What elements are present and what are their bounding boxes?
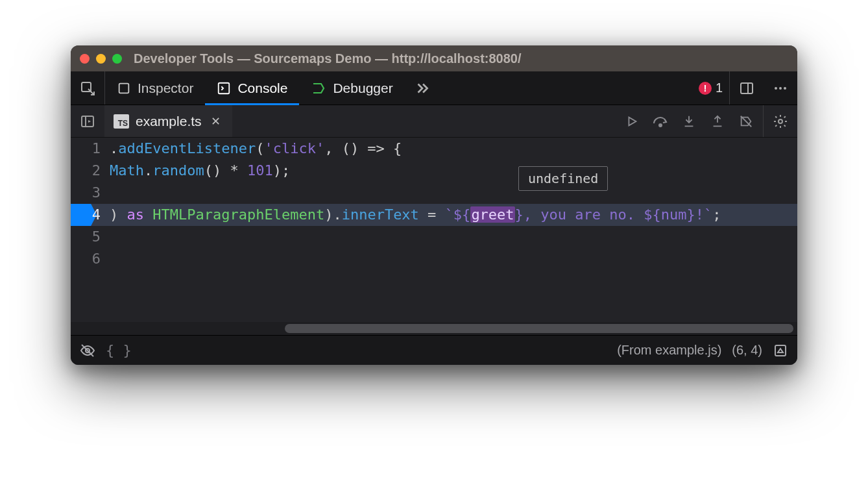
source-map-info: (From example.js) — [617, 343, 721, 358]
devtools-window: Developer Tools — Sourcemaps Demo — http… — [71, 45, 797, 365]
titlebar[interactable]: Developer Tools — Sourcemaps Demo — http… — [71, 45, 797, 71]
error-count[interactable]: ! 1 — [692, 71, 729, 105]
maximize-window-button[interactable] — [112, 54, 122, 64]
minimize-window-button[interactable] — [96, 54, 106, 64]
tab-inspector[interactable]: Inspector — [105, 71, 205, 105]
panel-icon — [80, 114, 95, 129]
svg-rect-3 — [741, 83, 753, 93]
gear-icon — [773, 114, 788, 129]
code-editor[interactable]: 1 .addEventListener('click', () => { 2 M… — [71, 138, 797, 335]
svg-point-5 — [775, 87, 777, 90]
debugger-toolbar: TS example.ts ✕ — [71, 105, 797, 138]
resume-button[interactable] — [619, 114, 645, 129]
play-icon — [625, 114, 639, 129]
tab-label: Console — [237, 81, 287, 96]
window-controls — [80, 54, 122, 64]
error-icon: ! — [699, 82, 712, 95]
line-number[interactable]: 2 — [71, 160, 107, 182]
code-line-paused[interactable]: 4 ) as HTMLParagraphElement).innerText =… — [71, 204, 797, 226]
code-line[interactable]: 5 — [71, 226, 797, 248]
breakpoints-off-icon — [738, 114, 754, 129]
step-in-button[interactable] — [676, 114, 702, 129]
hovered-variable[interactable]: greet — [470, 206, 514, 223]
code-line[interactable]: 2 Math.random() * 101); — [71, 160, 797, 182]
console-icon — [217, 81, 231, 95]
source-map-icon — [773, 343, 788, 358]
close-tab-button[interactable]: ✕ — [208, 114, 223, 129]
close-window-button[interactable] — [80, 54, 90, 64]
pick-element-button[interactable] — [71, 71, 104, 105]
code-line[interactable]: 6 — [71, 248, 797, 270]
step-out-button[interactable] — [705, 114, 730, 129]
svg-rect-17 — [775, 345, 786, 356]
step-out-icon — [710, 114, 725, 129]
tab-label: Debugger — [333, 81, 392, 96]
dock-side-button[interactable] — [730, 71, 764, 105]
debugger-settings-button[interactable] — [764, 105, 797, 137]
status-bar: { } (From example.js) (6, 4) — [71, 335, 797, 365]
code-line[interactable]: 3 — [71, 182, 797, 204]
deactivate-breakpoints-button[interactable] — [733, 114, 759, 129]
line-number[interactable]: 1 — [71, 138, 107, 160]
step-over-icon — [652, 114, 669, 129]
line-number[interactable]: 4 — [71, 204, 107, 226]
svg-point-7 — [784, 87, 786, 90]
meatballs-icon — [773, 81, 788, 96]
svg-rect-8 — [82, 116, 93, 127]
debug-controls — [615, 105, 763, 137]
svg-point-14 — [778, 119, 782, 123]
window-title: Developer Tools — Sourcemaps Demo — http… — [130, 51, 788, 66]
horizontal-scrollbar[interactable] — [71, 322, 797, 335]
chevron-double-right-icon — [414, 80, 431, 97]
tab-label: Inspector — [138, 81, 193, 96]
more-tabs-button[interactable] — [405, 71, 440, 105]
eye-off-icon — [80, 343, 95, 358]
value-tooltip: undefined — [518, 166, 608, 191]
error-count-value: 1 — [716, 81, 723, 95]
svg-rect-1 — [119, 83, 129, 93]
sources-toggle-button[interactable] — [71, 105, 104, 137]
typescript-icon: TS — [114, 114, 129, 129]
step-in-icon — [682, 114, 696, 129]
tooltip-value: undefined — [528, 171, 598, 186]
pointer-icon — [80, 81, 95, 96]
line-number[interactable]: 5 — [71, 226, 107, 248]
mapped-source-button[interactable] — [773, 343, 788, 358]
blackbox-button[interactable] — [80, 343, 95, 358]
debugger-icon — [311, 81, 326, 96]
file-tab[interactable]: TS example.ts ✕ — [104, 105, 232, 137]
file-name: example.ts — [136, 114, 202, 129]
scrollbar-thumb[interactable] — [285, 324, 793, 333]
kebab-menu-button[interactable] — [764, 71, 797, 105]
line-number[interactable]: 6 — [71, 248, 107, 270]
inspector-icon — [117, 81, 131, 95]
code-line[interactable]: 1 .addEventListener('click', () => { — [71, 138, 797, 160]
tab-debugger[interactable]: Debugger — [299, 71, 404, 105]
svg-point-6 — [779, 87, 782, 90]
line-number[interactable]: 3 — [71, 182, 107, 204]
dock-icon — [739, 81, 754, 96]
cursor-position: (6, 4) — [732, 343, 762, 358]
main-toolbar: Inspector Console Debugger ! 1 — [71, 71, 797, 105]
svg-point-10 — [659, 124, 662, 127]
step-over-button[interactable] — [647, 114, 673, 129]
pretty-print-button[interactable]: { } — [106, 342, 132, 358]
tab-console[interactable]: Console — [205, 71, 299, 105]
